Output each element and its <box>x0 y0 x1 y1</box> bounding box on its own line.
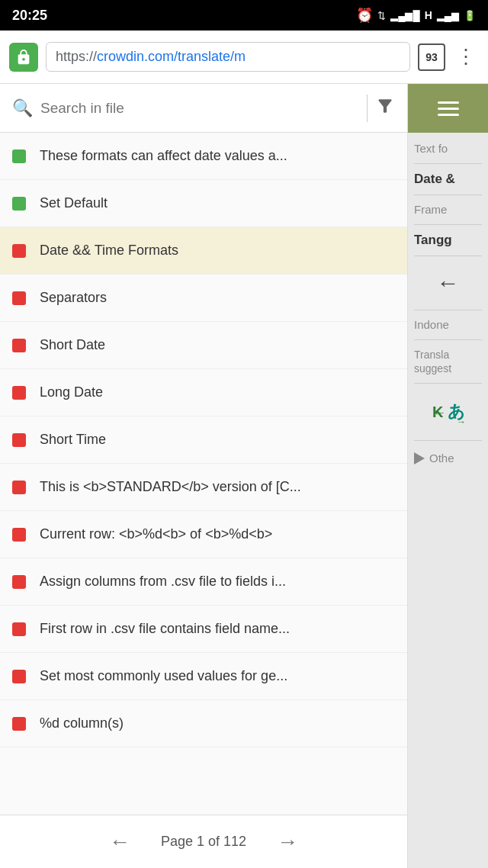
list-item[interactable]: Short Date <box>0 322 407 369</box>
status-icons: ⏰ ⇅ ▂▄▆█ H ▂▄▆ 🔋 <box>356 7 476 24</box>
back-arrow-icon[interactable]: ← <box>414 264 482 302</box>
list-item[interactable]: This is <b>STANDARD</b> version of [C... <box>0 464 407 511</box>
frame-label: Frame <box>414 201 447 217</box>
list-item[interactable]: %d column(s) <box>0 700 407 747</box>
prev-page-button[interactable]: ← <box>109 830 130 854</box>
url-prefix: https:// <box>56 49 97 64</box>
status-dot-green <box>12 149 26 163</box>
status-dot-green <box>12 197 26 211</box>
list-item-text: Long Date <box>40 384 103 401</box>
status-dot-red <box>12 481 26 494</box>
lock-svg <box>15 49 32 66</box>
indone-label: Indone <box>414 315 449 334</box>
translate-icon[interactable]: K ← あ → <box>431 394 466 429</box>
file-list: These formats can affect date values a..… <box>0 133 407 815</box>
other-label: Othe <box>414 452 482 465</box>
url-domain: crowdin.com <box>97 49 174 64</box>
status-dot-red <box>12 433 26 447</box>
hamburger-line-1 <box>438 101 459 104</box>
text-for-section: Text fo <box>414 142 482 164</box>
list-item[interactable]: Set Default <box>0 180 407 227</box>
tab-count[interactable]: 93 <box>418 43 445 71</box>
translate-svg: K ← あ → <box>431 394 466 429</box>
right-header <box>408 84 488 133</box>
signal-bars-icon: ▂▄▆█ <box>390 10 419 21</box>
alarm-icon: ⏰ <box>356 7 373 24</box>
hamburger-menu-button[interactable] <box>438 101 459 116</box>
status-dot-red <box>12 622 26 636</box>
other-text: Othe <box>429 452 454 465</box>
list-item[interactable]: Short Time <box>0 416 407 464</box>
translate-label: Transla suggest <box>414 349 451 375</box>
url-bar[interactable]: https://crowdin.com/translate/m <box>46 42 410 72</box>
list-item-text: Short Time <box>40 431 106 448</box>
play-triangle-icon <box>414 452 425 465</box>
other-section: Othe <box>414 448 482 465</box>
next-page-button[interactable]: → <box>277 830 298 854</box>
translate-icon-section: K ← あ → <box>414 391 482 441</box>
status-dot-red <box>12 244 26 258</box>
list-item-text: %d column(s) <box>40 715 124 732</box>
status-dot-red <box>12 717 26 731</box>
list-item[interactable]: Long Date <box>0 369 407 416</box>
search-bar: 🔍 <box>0 84 407 133</box>
status-dot-red <box>12 386 26 400</box>
right-panel: Text fo Date & Frame Tangg ← Indone Tran… <box>408 84 488 868</box>
tangg-section: Tangg <box>414 233 482 256</box>
tangg-value: Tangg <box>414 231 452 249</box>
right-content: Text fo Date & Frame Tangg ← Indone Tran… <box>408 133 488 868</box>
list-item[interactable]: Assign columns from .csv file to fields … <box>0 558 407 606</box>
status-dot-red <box>12 339 26 352</box>
list-item[interactable]: Current row: <b>%d<b> of <b>%d<b> <box>0 511 407 558</box>
status-dot-red <box>12 528 26 542</box>
hamburger-line-3 <box>438 114 459 116</box>
translate-section: Transla suggest <box>414 348 482 384</box>
date-section: Date & <box>414 172 482 195</box>
text-for-label: Text fo <box>414 140 448 156</box>
ssl-lock-icon <box>9 43 38 72</box>
filter-icon[interactable] <box>375 96 395 121</box>
main-content: 🔍 These formats can affect date values a… <box>0 84 488 868</box>
frame-section: Frame <box>414 203 482 225</box>
status-bar: 20:25 ⏰ ⇅ ▂▄▆█ H ▂▄▆ 🔋 <box>0 0 488 31</box>
list-item-text: Short Date <box>40 336 105 354</box>
list-item-text: Set Default <box>40 194 108 212</box>
browser-bar: https://crowdin.com/translate/m 93 ⋮ <box>0 31 488 84</box>
search-divider <box>367 95 368 122</box>
list-item[interactable]: These formats can affect date values a..… <box>0 133 407 180</box>
list-item-text: First row in .csv file contains field na… <box>40 620 290 638</box>
list-item-active[interactable]: Date && Time Formats <box>0 227 407 275</box>
back-section: ← <box>414 264 482 310</box>
list-item-text: Date && Time Formats <box>40 242 178 259</box>
battery-icon: 🔋 <box>464 10 476 21</box>
list-item-text: Set most commonly used values for ge... <box>40 667 287 685</box>
indone-section: Indone <box>414 318 482 340</box>
svg-text:←: ← <box>432 405 446 420</box>
list-item[interactable]: Set most commonly used values for ge... <box>0 653 407 700</box>
list-item[interactable]: Separators <box>0 275 407 322</box>
status-dot-red <box>12 670 26 683</box>
list-item-text: Separators <box>40 289 107 307</box>
status-dot-red <box>12 575 26 589</box>
search-icon: 🔍 <box>12 98 33 118</box>
svg-text:→: → <box>457 416 466 427</box>
list-item-text: Current row: <b>%d<b> of <b>%d<b> <box>40 526 272 543</box>
url-path: /translate/m <box>174 49 246 64</box>
h-network-icon: H <box>425 9 432 21</box>
list-item-text: These formats can affect date values a..… <box>40 147 287 165</box>
list-item[interactable]: First row in .csv file contains field na… <box>0 606 407 653</box>
list-item-text: Assign columns from .csv file to fields … <box>40 573 286 590</box>
status-dot-red <box>12 291 26 305</box>
hamburger-line-2 <box>438 108 459 110</box>
search-input[interactable] <box>40 100 359 117</box>
signal-bars-2-icon: ▂▄▆ <box>437 10 459 21</box>
status-time: 20:25 <box>12 8 47 24</box>
date-value: Date & <box>414 170 455 188</box>
signal-arrows-icon: ⇅ <box>377 10 386 21</box>
list-item-text: This is <b>STANDARD</b> version of [C... <box>40 478 301 496</box>
page-info: Page 1 of 112 <box>161 834 246 850</box>
left-panel: 🔍 These formats can affect date values a… <box>0 84 408 868</box>
more-menu-button[interactable]: ⋮ <box>453 45 479 69</box>
pagination-bar: ← Page 1 of 112 → <box>0 815 407 868</box>
